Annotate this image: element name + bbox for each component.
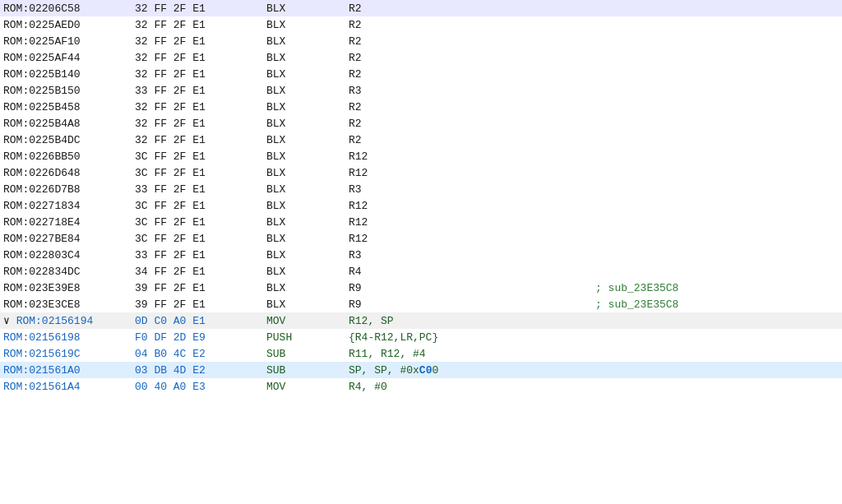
- cell-address: ROM:0226D7B8: [0, 181, 132, 197]
- cell-mnemonic: BLX: [263, 230, 345, 247]
- cell-mnemonic: BLX: [263, 181, 345, 197]
- cell-comment: ; sub_23E35C8: [592, 280, 842, 296]
- table-row[interactable]: ROM:0215619C04 B0 4C E2SUBR11, R12, #4: [0, 345, 842, 362]
- table-row[interactable]: ROM:0225AF4432 FF 2F E1BLXR2: [0, 49, 842, 66]
- cell-operands: R11, R12, #4: [345, 345, 592, 362]
- cell-mnemonic: MOV: [263, 378, 345, 395]
- cell-comment: [592, 329, 842, 345]
- table-row[interactable]: ROM:0225AF1032 FF 2F E1BLXR2: [0, 33, 842, 49]
- cell-mnemonic: BLX: [263, 99, 345, 115]
- cell-address: ROM:023E3CE8: [0, 296, 132, 312]
- cell-mnemonic: BLX: [263, 82, 345, 99]
- cell-address: ROM:0226D648: [0, 164, 132, 181]
- table-row[interactable]: ROM:0225B15033 FF 2F E1BLXR3: [0, 82, 842, 99]
- cell-address: ROM:021561A4: [0, 378, 132, 395]
- cell-operands: R12, SP: [345, 312, 592, 329]
- cell-bytes: 3C FF 2F E1: [132, 230, 263, 247]
- cell-bytes: 3C FF 2F E1: [132, 148, 263, 164]
- table-row[interactable]: ROM:0225AED032 FF 2F E1BLXR2: [0, 16, 842, 33]
- cell-mnemonic: BLX: [263, 16, 345, 33]
- cell-comment: [592, 0, 842, 16]
- table-row[interactable]: ∨ ROM:021561940D C0 A0 E1MOVR12, SP: [0, 312, 842, 329]
- cell-comment: [592, 16, 842, 33]
- cell-operands: R2: [345, 33, 592, 49]
- cell-address: ROM:0215619C: [0, 345, 132, 362]
- cell-bytes: 32 FF 2F E1: [132, 66, 263, 82]
- cell-mnemonic: BLX: [263, 214, 345, 230]
- table-row[interactable]: ROM:0226BB503C FF 2F E1BLXR12: [0, 148, 842, 164]
- cell-address: ROM:0225B150: [0, 82, 132, 99]
- cell-mnemonic: BLX: [263, 280, 345, 296]
- cell-bytes: 03 DB 4D E2: [132, 362, 263, 378]
- cell-bytes: 32 FF 2F E1: [132, 115, 263, 132]
- cell-bytes: F0 DF 2D E9: [132, 329, 263, 345]
- cell-bytes: 0D C0 A0 E1: [132, 312, 263, 329]
- table-row[interactable]: ROM:0225B4DC32 FF 2F E1BLXR2: [0, 132, 842, 148]
- cell-mnemonic: BLX: [263, 247, 345, 263]
- highlighted-co: C0: [419, 364, 433, 377]
- table-row[interactable]: ROM:02156198F0 DF 2D E9PUSH{R4-R12,LR,PC…: [0, 329, 842, 345]
- disassembly-view[interactable]: ROM:02206C5832 FF 2F E1BLXR2ROM:0225AED0…: [0, 0, 842, 504]
- cell-comment: [592, 49, 842, 66]
- cell-address: ROM:022803C4: [0, 247, 132, 263]
- cell-operands: R2: [345, 0, 592, 16]
- cell-mnemonic: BLX: [263, 132, 345, 148]
- cell-mnemonic: SUB: [263, 362, 345, 378]
- cell-comment: [592, 362, 842, 378]
- table-row[interactable]: ROM:0225B14032 FF 2F E1BLXR2: [0, 66, 842, 82]
- table-row[interactable]: ROM:023E3CE839 FF 2F E1BLXR9; sub_23E35C…: [0, 296, 842, 312]
- cell-comment: [592, 132, 842, 148]
- cell-operands: R12: [345, 197, 592, 214]
- table-row[interactable]: ROM:0227BE843C FF 2F E1BLXR12: [0, 230, 842, 247]
- table-row[interactable]: ROM:022834DC34 FF 2F E1BLXR4: [0, 263, 842, 280]
- cell-bytes: 04 B0 4C E2: [132, 345, 263, 362]
- cell-address: ROM:0226BB50: [0, 148, 132, 164]
- cell-mnemonic: BLX: [263, 296, 345, 312]
- cell-operands: R2: [345, 115, 592, 132]
- cell-bytes: 3C FF 2F E1: [132, 214, 263, 230]
- cell-bytes: 34 FF 2F E1: [132, 263, 263, 280]
- cell-operands: R12: [345, 164, 592, 181]
- cell-comment: [592, 115, 842, 132]
- table-row[interactable]: ROM:022718343C FF 2F E1BLXR12: [0, 197, 842, 214]
- cell-comment: [592, 378, 842, 395]
- table-row[interactable]: ROM:021561A003 DB 4D E2SUBSP, SP, #0xC00: [0, 362, 842, 378]
- cell-address: ROM:02156198: [0, 329, 132, 345]
- table-row[interactable]: ROM:023E39E839 FF 2F E1BLXR9; sub_23E35C…: [0, 280, 842, 296]
- cell-mnemonic: BLX: [263, 197, 345, 214]
- cell-bytes: 33 FF 2F E1: [132, 181, 263, 197]
- cell-operands: {R4-R12,LR,PC}: [345, 329, 592, 345]
- cell-operands: R3: [345, 82, 592, 99]
- cell-address: ROM:0225B4DC: [0, 132, 132, 148]
- table-row[interactable]: ROM:0226D6483C FF 2F E1BLXR12: [0, 164, 842, 181]
- cell-operands: R12: [345, 148, 592, 164]
- cell-comment: [592, 312, 842, 329]
- cell-mnemonic: BLX: [263, 66, 345, 82]
- cell-operands: R4: [345, 263, 592, 280]
- cell-address: ROM:022834DC: [0, 263, 132, 280]
- table-row[interactable]: ROM:022718E43C FF 2F E1BLXR12: [0, 214, 842, 230]
- cell-address: ROM:0225AED0: [0, 16, 132, 33]
- table-row[interactable]: ROM:0225B45832 FF 2F E1BLXR2: [0, 99, 842, 115]
- cell-comment: [592, 345, 842, 362]
- cell-bytes: 39 FF 2F E1: [132, 280, 263, 296]
- cell-bytes: 32 FF 2F E1: [132, 33, 263, 49]
- table-row[interactable]: ROM:0225B4A832 FF 2F E1BLXR2: [0, 115, 842, 132]
- cell-comment: ; sub_23E35C8: [592, 296, 842, 312]
- cell-address: ROM:02271834: [0, 197, 132, 214]
- table-row[interactable]: ROM:0226D7B833 FF 2F E1BLXR3: [0, 181, 842, 197]
- cell-address: ROM:0225AF44: [0, 49, 132, 66]
- disassembly-table: ROM:02206C5832 FF 2F E1BLXR2ROM:0225AED0…: [0, 0, 842, 395]
- cell-operands: R2: [345, 99, 592, 115]
- cell-operands: R12: [345, 230, 592, 247]
- cell-comment: [592, 181, 842, 197]
- cell-mnemonic: PUSH: [263, 329, 345, 345]
- table-row[interactable]: ROM:021561A400 40 A0 E3MOVR4, #0: [0, 378, 842, 395]
- cell-address: ∨ ROM:02156194: [0, 312, 132, 329]
- cell-operands: R2: [345, 16, 592, 33]
- cell-address: ROM:02206C58: [0, 0, 132, 16]
- table-row[interactable]: ROM:022803C433 FF 2F E1BLXR3: [0, 247, 842, 263]
- cell-mnemonic: BLX: [263, 33, 345, 49]
- table-row[interactable]: ROM:02206C5832 FF 2F E1BLXR2: [0, 0, 842, 16]
- cell-address: ROM:0225AF10: [0, 33, 132, 49]
